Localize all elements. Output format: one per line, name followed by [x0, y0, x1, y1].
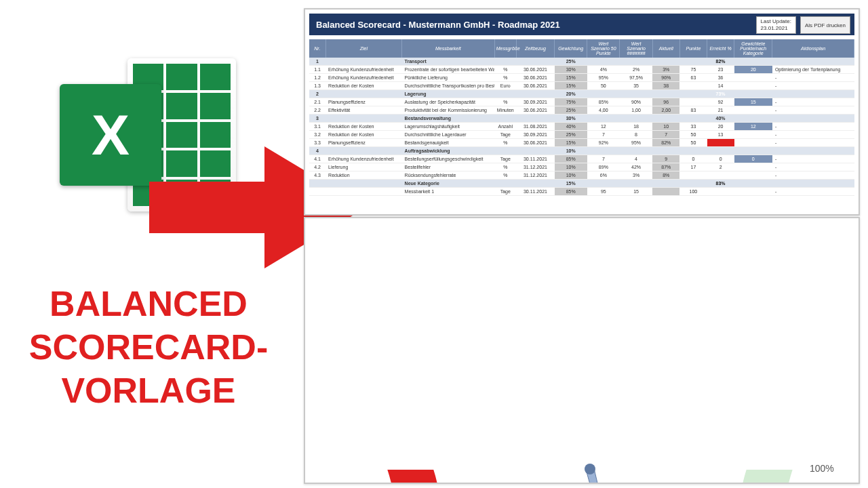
excel-badge-icon: X: [60, 84, 161, 186]
table-header: Aktionsplan: [772, 39, 854, 58]
category-row: 3Bestandsverwaltung30%40%: [309, 115, 854, 123]
scorecard-table: Nr.ZielMessbarkeitMessgrößeZeitbezugGewi…: [309, 39, 854, 196]
stage: X BALANCED SCORECARD- VORLAGE Balanced S…: [0, 0, 868, 488]
table-header: Messbarkeit: [402, 39, 495, 58]
last-update-box: Last Update: 23.01.2021: [756, 16, 796, 34]
table-header: Nr.: [309, 39, 326, 58]
table-header: Messgröße: [494, 39, 516, 58]
table-row: Messbarkeit 1Tage30.11.202185%9515100-: [309, 188, 854, 196]
table-header: Wert Szenario #######: [620, 39, 652, 58]
gauge-svg: 10%20%30%40%50%60%70%80%90%100%: [305, 218, 859, 483]
category-row: Neue Kategorie15%83%: [309, 180, 854, 188]
table-header: Zeitbezug: [516, 39, 554, 58]
caption-line-2: SCORECARD-: [9, 325, 288, 369]
caption-block: BALANCED SCORECARD- VORLAGE: [9, 282, 288, 412]
caption-line-3: VORLAGE: [9, 369, 288, 412]
table-row: 3.3PlanungseffizienzBestandsgenauigkeit%…: [309, 139, 854, 147]
table-header: Gewichtung: [555, 39, 587, 58]
gauge-tick-label: 100%: [810, 463, 834, 474]
svg-point-1: [585, 464, 595, 474]
table-header: Aktuell: [652, 39, 679, 58]
table-row: 4.1Erhöhung KundenzufriedenheitBestellun…: [309, 155, 854, 163]
table-row: 4.3ReduktionRücksendungsfehlerrate%31.12…: [309, 171, 854, 180]
table-row: 4.2LieferungBestellfehler%31.12.202110%8…: [309, 163, 854, 171]
caption-line-1: BALANCED: [9, 282, 288, 325]
category-row: 4Auftragsabwicklung10%: [309, 147, 854, 155]
export-pdf-button[interactable]: Als PDF drucken: [800, 16, 850, 34]
table-row: 2.1PlanungseffizienzAuslastung der Speic…: [309, 98, 854, 106]
table-header: Punkte: [679, 39, 707, 58]
gauge-panel: 10%20%30%40%50%60%70%80%90%100%: [304, 217, 860, 484]
table-row: 1.2Erhöhung KundenzufriedenheitPünktlich…: [309, 74, 854, 82]
table-row: 3.2Reduktion der KostenDurchschnittliche…: [309, 131, 854, 139]
gauge-chart: 10%20%30%40%50%60%70%80%90%100%: [305, 218, 859, 483]
category-row: 1Transport25%82%: [309, 58, 854, 66]
table-row: 1.1Erhöhung KundenzufriedenheitProzentra…: [309, 66, 854, 74]
scorecard-meta: Last Update: 23.01.2021 Als PDF drucken: [756, 16, 850, 34]
category-row: 2Lagerung20%73%: [309, 90, 854, 98]
scorecard-panel: Balanced Scorecard - Mustermann GmbH - R…: [304, 8, 860, 216]
table-row: 3.1Reduktion der KostenLagerumschlagshäu…: [309, 123, 854, 131]
table-header: Gewichtete Punkte/nach Kategorie: [734, 39, 772, 58]
last-update-date: 23.01.2021: [761, 25, 791, 32]
last-update-label: Last Update:: [761, 18, 791, 25]
table-header: Wert Szenario 50 Punkte: [587, 39, 620, 58]
table-header: Erreicht %: [707, 39, 734, 58]
table-row: 1.3Reduktion der KostenDurchschnittliche…: [309, 82, 854, 90]
table-row: 2.2EffektivitätProduktivität bei der Kom…: [309, 106, 854, 115]
table-header-row: Nr.ZielMessbarkeitMessgrößeZeitbezugGewi…: [309, 39, 854, 58]
table-header: Ziel: [326, 39, 401, 58]
